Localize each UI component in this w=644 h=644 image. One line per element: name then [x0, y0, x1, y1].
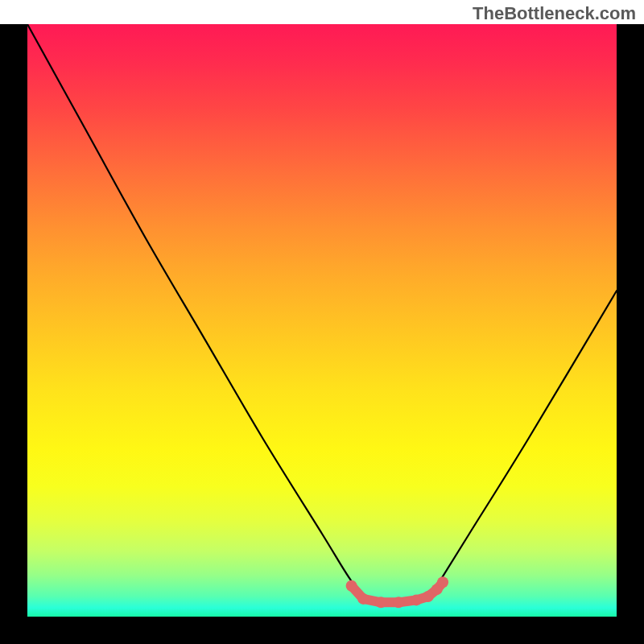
plot-area — [27, 24, 617, 617]
optimal-zone-point — [411, 594, 422, 605]
optimal-zone — [346, 576, 448, 608]
optimal-zone-point — [423, 591, 434, 602]
attribution-text: TheBottleneck.com — [473, 3, 636, 24]
chart-frame — [0, 24, 644, 644]
optimal-zone-point — [346, 580, 357, 592]
bottleneck-curve — [27, 24, 617, 605]
optimal-zone-point — [437, 576, 448, 588]
chart-container: TheBottleneck.com — [0, 0, 644, 644]
optimal-zone-point — [393, 597, 404, 608]
chart-overlay — [27, 24, 617, 617]
optimal-zone-point — [357, 593, 369, 605]
optimal-zone-point — [375, 597, 386, 608]
